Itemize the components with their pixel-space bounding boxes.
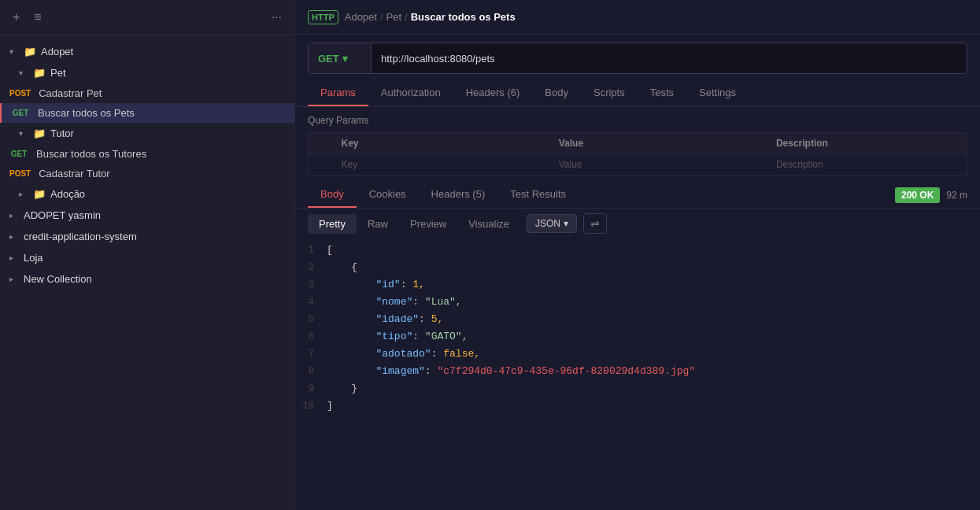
sidebar: + ≡ ··· ▾ 📁 Adopet ▾ 📁 Pet POST Cadastra… bbox=[0, 0, 295, 510]
tab-settings[interactable]: Settings bbox=[686, 80, 749, 106]
breadcrumb-current: Buscar todos os Pets bbox=[411, 11, 516, 23]
response-tabs: Body Cookies Headers (5) Test Results bbox=[308, 182, 895, 208]
collection-name-adocao: Adoção bbox=[50, 188, 85, 200]
code-line-5: 5 "idade": 5, bbox=[295, 311, 980, 328]
sidebar-item-adocao[interactable]: ▸ 📁 Adoção bbox=[0, 183, 294, 205]
chevron-right-icon: ▸ bbox=[9, 232, 19, 241]
collection-name-adopet: Adopet bbox=[41, 46, 73, 57]
folder-icon: 📁 bbox=[24, 46, 36, 57]
more-options-button[interactable]: ··· bbox=[268, 9, 285, 26]
sidebar-item-buscar-pets[interactable]: GET Buscar todos os Pets bbox=[0, 103, 294, 123]
response-tab-body[interactable]: Body bbox=[308, 182, 357, 208]
line-number: 9 bbox=[295, 380, 327, 397]
line-content: "nome": "Lua", bbox=[327, 294, 462, 311]
code-line-8: 8 "imagem": "c7f294d0-47c9-435e-96df-820… bbox=[295, 363, 980, 380]
line-content: "adotado": false, bbox=[327, 346, 480, 363]
json-format-select[interactable]: JSON ▾ bbox=[527, 214, 577, 233]
url-input[interactable] bbox=[372, 43, 967, 73]
request-name-cadastrar-pet: Cadastrar Pet bbox=[39, 87, 102, 99]
chevron-right-icon: ▸ bbox=[9, 211, 19, 220]
request-name-cadastrar-tutor: Cadastrar Tutor bbox=[39, 168, 109, 179]
request-tabs: Params Authorization Headers (6) Body Sc… bbox=[295, 80, 980, 107]
sidebar-header-left: + ≡ bbox=[9, 9, 45, 26]
breadcrumb-pet[interactable]: Pet bbox=[386, 11, 402, 23]
sidebar-item-buscar-tutores[interactable]: GET Buscar todos os Tutores bbox=[0, 144, 294, 164]
chevron-down-icon: ▾ bbox=[19, 68, 28, 77]
table-col-checkbox bbox=[309, 133, 332, 154]
sidebar-item-adopet[interactable]: ▾ 📁 Adopet bbox=[0, 41, 294, 62]
params-section: Query Params Key Value Description Key V… bbox=[295, 107, 980, 176]
sidebar-item-cadastrar-tutor[interactable]: POST Cadastrar Tutor bbox=[0, 164, 294, 183]
format-tab-preview[interactable]: Preview bbox=[399, 214, 457, 234]
code-line-10: 10 ] bbox=[295, 397, 980, 415]
sidebar-item-credit-app[interactable]: ▸ credit-application-system bbox=[0, 226, 294, 247]
table-row: Key Value Description bbox=[309, 154, 967, 176]
method-badge-post: POST bbox=[6, 168, 34, 179]
sidebar-item-adopet-yasmin[interactable]: ▸ ADOPET yasmin bbox=[0, 205, 294, 226]
collection-name-adopet-yasmin: ADOPET yasmin bbox=[24, 209, 101, 221]
chevron-down-icon: ▾ bbox=[19, 129, 28, 138]
response-tab-headers[interactable]: Headers (5) bbox=[419, 182, 498, 208]
table-cell-description[interactable]: Description bbox=[767, 154, 967, 176]
breadcrumb-adopet[interactable]: Adopet bbox=[345, 11, 377, 23]
sidebar-item-loja[interactable]: ▸ Loja bbox=[0, 247, 294, 268]
response-tab-cookies[interactable]: Cookies bbox=[357, 182, 419, 208]
method-badge-get: GET bbox=[6, 149, 31, 159]
method-select[interactable]: GET ▾ bbox=[309, 43, 372, 73]
format-tab-raw[interactable]: Raw bbox=[357, 214, 399, 234]
wrap-button[interactable]: ⇌ bbox=[583, 213, 607, 234]
code-line-7: 7 "adotado": false, bbox=[295, 346, 980, 363]
table-cell-value[interactable]: Value bbox=[549, 154, 767, 176]
code-line-3: 3 "id": 1, bbox=[295, 276, 980, 294]
chevron-right-icon: ▸ bbox=[9, 253, 19, 262]
add-collection-button[interactable]: + bbox=[9, 9, 23, 26]
collection-name-credit-app: credit-application-system bbox=[24, 231, 137, 242]
sidebar-item-new-collection[interactable]: ▸ New Collection bbox=[0, 268, 294, 290]
line-number: 6 bbox=[295, 328, 327, 346]
tab-tests[interactable]: Tests bbox=[638, 80, 686, 106]
params-table: Key Value Description Key Value Descript… bbox=[308, 132, 967, 176]
url-bar: GET ▾ bbox=[308, 42, 967, 74]
collection-name-loja: Loja bbox=[24, 252, 43, 264]
line-content: } bbox=[327, 380, 357, 397]
folder-icon: 📁 bbox=[33, 128, 46, 139]
tab-headers[interactable]: Headers (6) bbox=[453, 80, 533, 106]
response-tab-test-results[interactable]: Test Results bbox=[497, 182, 579, 208]
table-cell-key[interactable]: Key bbox=[332, 154, 549, 176]
sidebar-item-cadastrar-pet[interactable]: POST Cadastrar Pet bbox=[0, 83, 294, 103]
response-section: Body Cookies Headers (5) Test Results 20… bbox=[295, 176, 980, 510]
format-tab-pretty[interactable]: Pretty bbox=[308, 214, 357, 234]
chevron-right-icon: ▸ bbox=[19, 190, 28, 198]
json-format-chevron-icon: ▾ bbox=[564, 218, 568, 229]
line-content: "idade": 5, bbox=[327, 311, 443, 328]
line-number: 4 bbox=[295, 294, 327, 311]
sidebar-item-tutor[interactable]: ▾ 📁 Tutor bbox=[0, 123, 294, 144]
collection-name-new-collection: New Collection bbox=[24, 273, 92, 285]
line-number: 1 bbox=[295, 242, 327, 259]
sidebar-item-pet[interactable]: ▾ 📁 Pet bbox=[0, 62, 294, 83]
tab-scripts[interactable]: Scripts bbox=[581, 80, 638, 106]
breadcrumb: Adopet / Pet / Buscar todos os Pets bbox=[345, 11, 516, 23]
collection-name-pet: Pet bbox=[50, 67, 66, 79]
code-line-2: 2 { bbox=[295, 259, 980, 276]
tab-authorization[interactable]: Authorization bbox=[368, 80, 453, 106]
request-name-buscar-pets: Buscar todos os Pets bbox=[38, 107, 135, 119]
folder-icon: 📁 bbox=[33, 188, 46, 200]
code-line-6: 6 "tipo": "GATO", bbox=[295, 328, 980, 346]
line-content: "id": 1, bbox=[327, 276, 425, 294]
filter-button[interactable]: ≡ bbox=[31, 9, 44, 26]
query-params-label: Query Params bbox=[308, 115, 967, 126]
line-number: 7 bbox=[295, 346, 327, 363]
code-view: 1 [ 2 { 3 "id": 1, 4 "nome": "Lua", bbox=[295, 238, 980, 510]
line-content: { bbox=[327, 259, 357, 276]
json-format-label: JSON bbox=[535, 218, 560, 229]
breadcrumb-separator: / bbox=[380, 11, 383, 23]
tab-body[interactable]: Body bbox=[532, 80, 581, 106]
collection-name-tutor: Tutor bbox=[50, 128, 74, 139]
tab-params[interactable]: Params bbox=[308, 80, 368, 106]
code-line-4: 4 "nome": "Lua", bbox=[295, 294, 980, 311]
line-number: 3 bbox=[295, 276, 327, 294]
method-chevron-icon: ▾ bbox=[342, 53, 348, 65]
chevron-down-icon: ▾ bbox=[9, 47, 19, 56]
format-tab-visualize[interactable]: Visualize bbox=[457, 214, 520, 234]
